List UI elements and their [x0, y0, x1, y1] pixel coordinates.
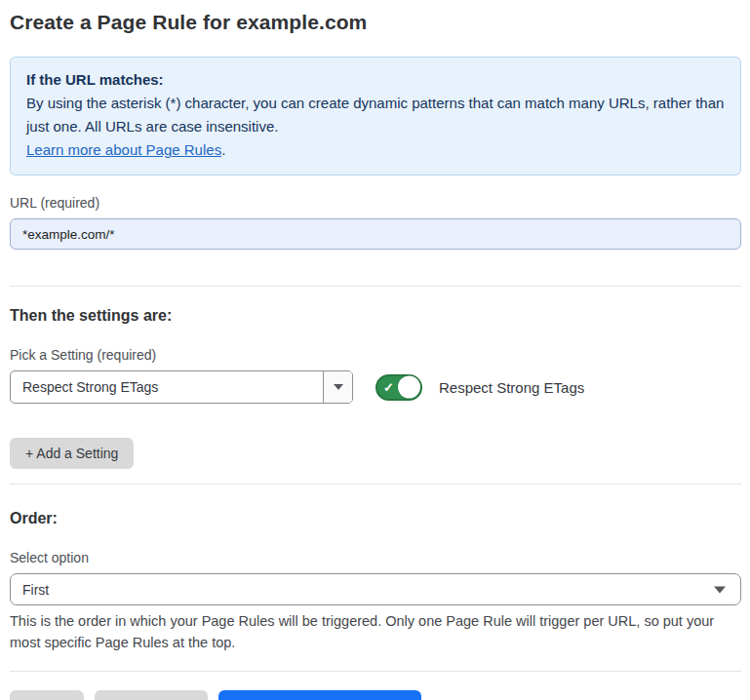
add-setting-button[interactable]: + Add a Setting — [10, 438, 134, 469]
setting-toggle-label: Respect Strong ETags — [439, 379, 584, 396]
save-deploy-button[interactable]: Save and Deploy Page Rule — [218, 690, 421, 700]
section-divider — [10, 484, 741, 485]
info-box-heading: If the URL matches: — [26, 68, 725, 92]
info-link-period: . — [221, 141, 225, 158]
order-select-value: First — [22, 582, 49, 598]
check-icon: ✓ — [383, 381, 394, 394]
caret-down-icon — [714, 586, 726, 593]
info-link-line: Learn more about Page Rules. — [26, 138, 725, 162]
order-help-text: This is the order in which your Page Rul… — [10, 610, 731, 653]
form-actions: Cancel Save as Draft Save and Deploy Pag… — [10, 690, 741, 700]
page-title: Create a Page Rule for example.com — [10, 11, 741, 34]
cancel-button[interactable]: Cancel — [10, 690, 84, 700]
url-input[interactable] — [10, 218, 741, 250]
section-divider — [10, 286, 741, 287]
caret-down-icon — [334, 384, 343, 390]
setting-select-arrow-button[interactable] — [323, 371, 352, 403]
url-match-info-box: If the URL matches: By using the asteris… — [10, 57, 741, 175]
setting-row: Respect Strong ETags ✓ Respect Strong ET… — [10, 370, 741, 404]
order-select-label: Select option — [10, 550, 741, 565]
learn-more-link[interactable]: Learn more about Page Rules — [26, 141, 221, 158]
create-page-rule-form: Create a Page Rule for example.com If th… — [0, 0, 750, 700]
order-section-heading: Order: — [10, 510, 741, 527]
url-field-label: URL (required) — [10, 195, 741, 211]
section-divider — [10, 671, 741, 672]
setting-toggle[interactable]: ✓ — [375, 374, 422, 401]
pick-setting-label: Pick a Setting (required) — [10, 347, 741, 363]
setting-select[interactable]: Respect Strong ETags — [10, 370, 353, 404]
toggle-knob — [398, 376, 420, 399]
save-draft-button[interactable]: Save as Draft — [95, 690, 209, 700]
info-box-body: By using the asterisk (*) character, you… — [26, 92, 725, 138]
setting-select-value: Respect Strong ETags — [11, 371, 323, 403]
settings-section-heading: Then the settings are: — [10, 307, 741, 325]
order-select[interactable]: First — [10, 573, 741, 605]
